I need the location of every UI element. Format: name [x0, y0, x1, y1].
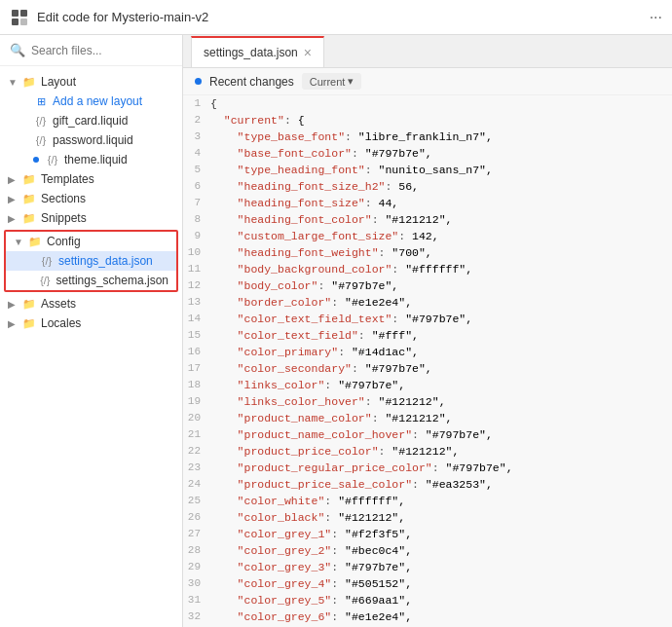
- line-number: 17: [183, 360, 210, 377]
- line-content: "product_name_color": "#121212",: [210, 410, 664, 426]
- line-number: 25: [183, 493, 210, 509]
- arrow-icon: ▼: [14, 237, 23, 247]
- sidebar-item-sections[interactable]: ▶ 📁 Sections: [0, 189, 182, 208]
- line-content: "type_base_font": "libre_franklin_n7",: [210, 129, 664, 145]
- sidebar-item-assets[interactable]: ▶ 📁 Assets: [0, 294, 182, 314]
- line-number: 31: [183, 592, 210, 609]
- line-content: "color_grey_5": "#669aa1",: [210, 592, 664, 609]
- current-button[interactable]: Current ▾: [302, 73, 362, 90]
- code-line: 20 "product_name_color": "#121212",: [183, 410, 672, 426]
- line-content: "body_background_color": "#ffffff",: [210, 261, 664, 277]
- arrow-icon: ▶: [8, 213, 18, 224]
- tab-settings-data[interactable]: settings_data.json ×: [191, 36, 324, 67]
- sidebar-item-templates[interactable]: ▶ 📁 Templates: [0, 169, 182, 189]
- code-line: 3 "type_base_font": "libre_franklin_n7",: [183, 129, 672, 145]
- search-box: 🔍: [0, 35, 182, 66]
- line-content: "color_black": "#121212",: [210, 509, 664, 526]
- line-number: 14: [183, 311, 210, 327]
- tab-bar: settings_data.json ×: [183, 35, 672, 68]
- sidebar-item-snippets[interactable]: ▶ 📁 Snippets: [0, 208, 182, 228]
- line-number: 9: [183, 228, 210, 244]
- line-number: 23: [183, 460, 210, 476]
- liquid-icon: {/}: [33, 134, 49, 146]
- sidebar-item-config[interactable]: ▼ 📁 Config: [6, 232, 176, 251]
- line-number: 11: [183, 261, 210, 277]
- line-content: "current": {: [210, 112, 664, 129]
- line-content: {: [210, 95, 664, 112]
- line-number: 32: [183, 609, 210, 625]
- sidebar-item-label: Config: [47, 235, 81, 248]
- code-line: 32 "color_grey_6": "#e1e2e4",: [183, 609, 672, 625]
- line-number: 30: [183, 575, 210, 592]
- line-number: 29: [183, 559, 210, 575]
- sidebar-item-add-layout[interactable]: ⊞ Add a new layout: [0, 92, 182, 111]
- tab-close-button[interactable]: ×: [304, 45, 312, 60]
- sidebar: 🔍 ▼ 📁 Layout ⊞ Add a new layout {/} gift…: [0, 35, 183, 627]
- arrow-icon: ▶: [8, 194, 18, 204]
- sidebar-item-settings-data[interactable]: {/} settings_data.json: [6, 251, 176, 271]
- code-editor[interactable]: 1{2 "current": {3 "type_base_font": "lib…: [183, 95, 672, 627]
- sidebar-item-layout[interactable]: ▼ 📁 Layout: [0, 72, 182, 92]
- line-content: "color_grey_1": "#f2f3f5",: [210, 526, 664, 542]
- line-content: "type_heading_font": "nunito_sans_n7",: [210, 162, 664, 178]
- recent-changes-bar: Recent changes Current ▾: [183, 68, 672, 95]
- sidebar-item-password[interactable]: {/} password.liquid: [0, 130, 182, 150]
- code-line: 18 "links_color": "#797b7e",: [183, 377, 672, 393]
- arrow-icon: ▶: [8, 318, 18, 329]
- line-number: 24: [183, 476, 210, 493]
- sidebar-item-settings-schema[interactable]: {/} settings_schema.json: [6, 271, 176, 290]
- line-number: 2: [183, 112, 210, 129]
- line-content: "product_price_color": "#121212",: [210, 443, 664, 460]
- code-line: 16 "color_primary": "#14d1ac",: [183, 344, 672, 360]
- sidebar-item-gift-card[interactable]: {/} gift_card.liquid: [0, 111, 182, 130]
- current-label: Current: [310, 76, 346, 88]
- sidebar-item-locales[interactable]: ▶ 📁 Locales: [0, 314, 182, 333]
- svg-rect-3: [20, 18, 27, 25]
- code-line: 30 "color_grey_4": "#505152",: [183, 575, 672, 592]
- code-line: 12 "body_color": "#797b7e",: [183, 277, 672, 294]
- line-content: "color_grey_6": "#e1e2e4",: [210, 609, 664, 625]
- code-line: 8 "heading_font_color": "#121212",: [183, 211, 672, 228]
- code-line: 9 "custom_large_font_size": 142,: [183, 228, 672, 244]
- code-line: 23 "product_regular_price_color": "#797b…: [183, 460, 672, 476]
- folder-icon: 📁: [21, 193, 37, 205]
- line-content: "base_font_color": "#797b7e",: [210, 145, 664, 162]
- code-line: 14 "color_text_field_text": "#797b7e",: [183, 311, 672, 327]
- code-line: 19 "links_color_hover": "#121212",: [183, 393, 672, 410]
- line-content: "links_color": "#797b7e",: [210, 377, 664, 393]
- code-line: 2 "current": {: [183, 112, 672, 129]
- line-content: "color_grey_3": "#797b7e",: [210, 559, 664, 575]
- add-icon: ⊞: [33, 95, 49, 108]
- search-input[interactable]: [31, 44, 172, 57]
- line-number: 13: [183, 294, 210, 311]
- code-line: 27 "color_grey_1": "#f2f3f5",: [183, 526, 672, 542]
- more-options-button[interactable]: ···: [650, 9, 662, 26]
- line-number: 26: [183, 509, 210, 526]
- config-section-highlight: ▼ 📁 Config {/} settings_data.json {/} se…: [4, 230, 178, 292]
- recent-changes-label: Recent changes: [209, 75, 294, 89]
- line-content: "product_name_color_hover": "#797b7e",: [210, 426, 664, 443]
- sidebar-item-label: Sections: [41, 192, 86, 205]
- line-content: "custom_large_font_size": 142,: [210, 228, 664, 244]
- code-line: 31 "color_grey_5": "#669aa1",: [183, 592, 672, 609]
- line-content: "border_color": "#e1e2e4",: [210, 294, 664, 311]
- tab-label: settings_data.json: [204, 46, 298, 59]
- line-content: "product_price_sale_color": "#ea3253",: [210, 476, 664, 493]
- sidebar-item-label: theme.liquid: [64, 153, 128, 166]
- line-content: "color_text_field_text": "#797b7e",: [210, 311, 664, 327]
- liquid-icon: {/}: [38, 275, 53, 286]
- main-area: 🔍 ▼ 📁 Layout ⊞ Add a new layout {/} gift…: [0, 35, 672, 627]
- sidebar-item-label: Add a new layout: [53, 94, 142, 108]
- code-line: 26 "color_black": "#121212",: [183, 509, 672, 526]
- code-line: 21 "product_name_color_hover": "#797b7e"…: [183, 426, 672, 443]
- line-content: "heading_font_size": 44,: [210, 195, 664, 211]
- sidebar-item-label: Locales: [41, 316, 81, 330]
- sidebar-item-theme[interactable]: {/} theme.liquid: [0, 150, 182, 169]
- code-line: 1{: [183, 95, 672, 112]
- code-line: 4 "base_font_color": "#797b7e",: [183, 145, 672, 162]
- liquid-icon: {/}: [45, 154, 60, 166]
- code-line: 7 "heading_font_size": 44,: [183, 195, 672, 211]
- code-line: 28 "color_grey_2": "#bec0c4",: [183, 542, 672, 559]
- search-icon: 🔍: [10, 43, 25, 57]
- line-content: "color_white": "#ffffff",: [210, 493, 664, 509]
